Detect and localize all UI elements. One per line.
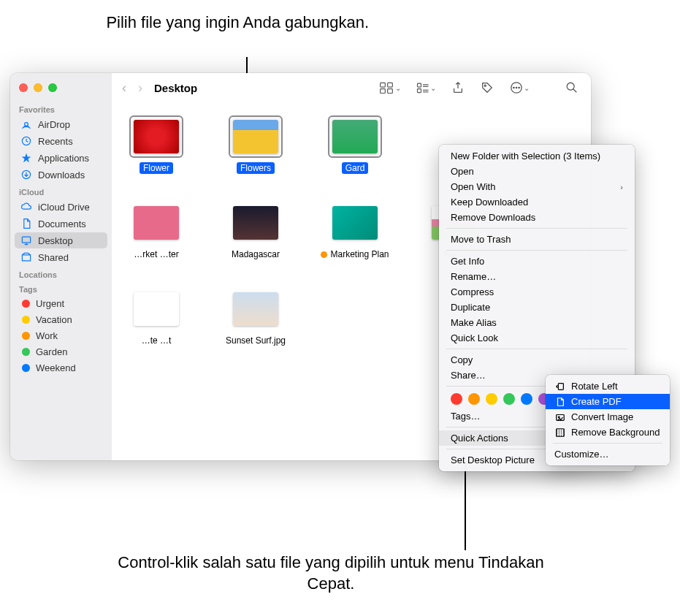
menu-item-rename[interactable]: Rename… <box>439 269 635 284</box>
sidebar-item-icloud-drive[interactable]: iCloud Drive <box>15 199 107 215</box>
submenu-item-convert-image[interactable]: Convert Image <box>546 409 670 425</box>
file-item[interactable]: Marketing Plan <box>324 202 386 260</box>
menu-item-label: Make Alias <box>451 317 497 328</box>
submenu-item-label: Create PDF <box>571 396 622 407</box>
clock-icon <box>20 135 32 147</box>
menu-item-label: Keep Downloaded <box>451 197 528 208</box>
back-button[interactable]: ‹ <box>119 80 129 96</box>
file-name: Sunset Surf.jpg <box>222 335 289 346</box>
convert-icon <box>554 411 565 422</box>
sidebar-item-recents[interactable]: Recents <box>15 133 107 149</box>
tag-item-vacation[interactable]: Vacation <box>15 312 107 327</box>
pdf-icon <box>554 396 565 407</box>
tag-color-swatch[interactable] <box>468 393 480 405</box>
rotate-icon <box>554 381 565 392</box>
desktop-icon <box>20 235 32 246</box>
window-controls <box>10 79 112 101</box>
menu-item-open[interactable]: Open <box>439 164 635 179</box>
file-name: …te …t <box>138 335 175 346</box>
share-icon[interactable] <box>446 81 470 94</box>
file-item[interactable]: Gard <box>324 115 386 174</box>
tag-item-garden[interactable]: Garden <box>15 344 107 360</box>
download-icon <box>20 169 32 180</box>
file-name: Madagascar <box>228 248 283 260</box>
menu-item-quick-look[interactable]: Quick Look <box>439 330 635 346</box>
menu-item-compress[interactable]: Compress <box>439 284 635 300</box>
file-thumbnail <box>134 206 179 240</box>
shared-icon <box>20 251 32 263</box>
file-thumbnail <box>134 292 179 326</box>
menu-item-keep-downloaded[interactable]: Keep Downloaded <box>439 194 635 210</box>
sidebar-item-applications[interactable]: Applications <box>15 150 107 166</box>
sidebar-item-label: AirDrop <box>38 119 70 130</box>
file-item[interactable]: …rket …ter <box>125 202 188 260</box>
submenu-item-create-pdf[interactable]: Create PDF <box>546 394 670 409</box>
menu-item-move-to-trash[interactable]: Move to Trash <box>439 232 635 247</box>
menu-item-label: Copy <box>451 354 473 365</box>
submenu-item-rotate-left[interactable]: Rotate Left <box>546 379 670 394</box>
menu-item-get-info[interactable]: Get Info <box>439 254 635 269</box>
tag-color-swatch[interactable] <box>486 393 497 405</box>
menu-item-label: Get Info <box>451 256 484 267</box>
file-item[interactable]: Flowers <box>224 115 287 174</box>
svg-point-19 <box>567 83 574 90</box>
tag-item-urgent[interactable]: Urgent <box>15 296 107 311</box>
submenu-customize[interactable]: Customize… <box>546 446 670 462</box>
menu-item-duplicate[interactable]: Duplicate <box>439 300 635 315</box>
menu-item-label: New Folder with Selection (3 Items) <box>451 151 600 161</box>
file-item[interactable]: Sunset Surf.jpg <box>224 288 287 346</box>
close-button[interactable] <box>19 83 28 92</box>
sidebar-item-shared[interactable]: Shared <box>15 249 107 265</box>
menu-item-copy[interactable]: Copy <box>439 352 635 368</box>
tag-color-swatch[interactable] <box>451 393 462 405</box>
tag-item-work[interactable]: Work <box>15 328 107 343</box>
file-item[interactable]: …te …t <box>125 288 188 346</box>
svg-point-14 <box>484 85 486 86</box>
svg-rect-21 <box>558 383 563 389</box>
sidebar-item-downloads[interactable]: Downloads <box>15 167 107 183</box>
chevron-right-icon: › <box>620 183 623 191</box>
menu-item-remove-downloads[interactable]: Remove Downloads <box>439 210 635 225</box>
tag-color-swatch[interactable] <box>521 393 532 405</box>
search-icon[interactable] <box>560 81 584 94</box>
menu-item-make-alias[interactable]: Make Alias <box>439 315 635 330</box>
file-thumbnail <box>332 120 378 153</box>
svg-rect-24 <box>556 428 564 436</box>
tag-color-swatch[interactable] <box>503 393 515 405</box>
airdrop-icon <box>20 118 32 130</box>
cloud-icon <box>20 201 32 213</box>
quick-actions-submenu: Rotate LeftCreate PDFConvert ImageRemove… <box>546 375 670 465</box>
tag-dot-icon <box>22 300 30 308</box>
submenu-item-label: Remove Background <box>571 427 660 438</box>
sidebar-item-desktop[interactable]: Desktop <box>15 232 107 248</box>
submenu-item-remove-background[interactable]: Remove Background <box>546 425 670 440</box>
view-icon-button[interactable]: ⌄ <box>375 81 405 94</box>
file-thumbnail <box>233 206 278 240</box>
minimize-button[interactable] <box>34 83 42 92</box>
callout-top: Pilih file yang ingin Anda gabungkan. <box>84 12 369 34</box>
finder-window: Favorites AirDropRecentsApplicationsDown… <box>10 73 591 460</box>
sidebar-item-airdrop[interactable]: AirDrop <box>15 116 107 132</box>
menu-item-new-folder-with-selection-items[interactable]: New Folder with Selection (3 Items) <box>439 148 635 164</box>
svg-point-0 <box>25 123 28 126</box>
sidebar-item-label: Recents <box>38 136 73 147</box>
svg-rect-4 <box>381 83 386 87</box>
file-thumbnail <box>233 292 278 326</box>
section-locations: Locations <box>10 266 112 281</box>
menu-item-open-with[interactable]: Open With› <box>439 179 635 194</box>
menu-item-label: Remove Downloads <box>451 212 535 223</box>
submenu-item-label: Rotate Left <box>571 381 618 392</box>
group-button[interactable]: ⌄ <box>411 81 440 94</box>
tag-icon[interactable] <box>475 81 499 94</box>
callout-bottom: Control-klik salah satu file yang dipili… <box>93 552 568 594</box>
maximize-button[interactable] <box>48 83 57 92</box>
more-icon[interactable]: ⌄ <box>505 81 534 94</box>
tag-item-weekend[interactable]: Weekend <box>15 360 107 376</box>
svg-rect-9 <box>418 89 421 93</box>
menu-separator <box>446 228 627 229</box>
file-item[interactable]: Madagascar <box>224 202 287 260</box>
sidebar-item-documents[interactable]: Documents <box>15 216 107 232</box>
file-item[interactable]: Flower <box>125 115 188 174</box>
forward-button[interactable]: › <box>135 80 145 96</box>
menu-item-label: Duplicate <box>451 302 490 313</box>
